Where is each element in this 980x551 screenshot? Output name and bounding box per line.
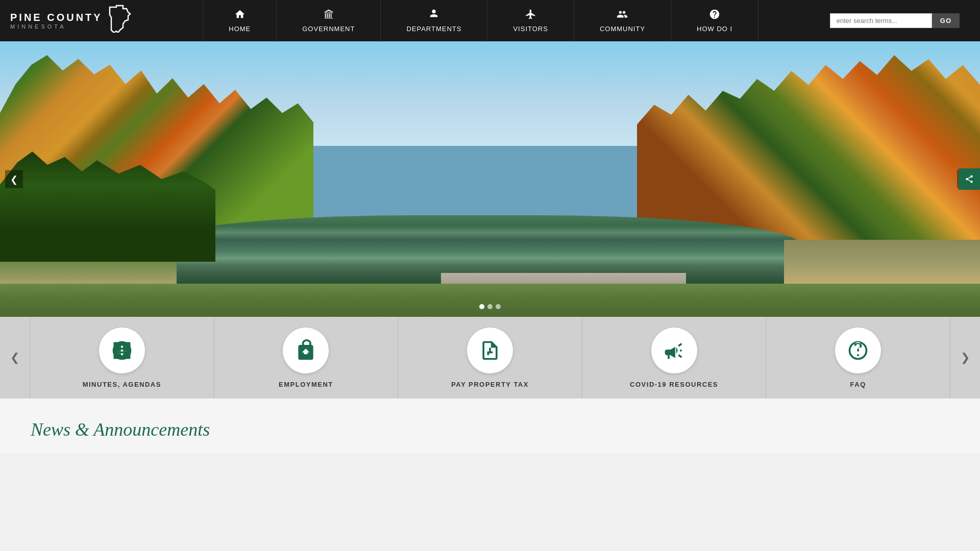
svg-rect-1 (123, 342, 131, 351)
nav-label-visitors: VISITORS (513, 25, 548, 33)
slide-dot-3[interactable] (496, 304, 501, 309)
slide-dot-1[interactable] (479, 304, 484, 309)
employment-icon-circle (283, 328, 329, 373)
pay-property-tax-icon-circle (467, 328, 513, 373)
quick-links-list: MINUTES, AGENDAS EMPLOYMENT PAY PROPERTY… (30, 317, 950, 398)
hero-background (0, 41, 980, 317)
grass-bottom (0, 284, 980, 317)
logo-line2: MINNESOTA (10, 23, 103, 30)
quick-link-employment[interactable]: EMPLOYMENT (214, 317, 399, 398)
main-nav: HOME GOVERNMENT DEPARTMENTS VISITORS COM… (132, 0, 830, 41)
quick-links-next[interactable]: ❯ (950, 317, 980, 398)
minutes-agendas-label: MINUTES, AGENDAS (83, 381, 161, 388)
nav-item-community[interactable]: COMMUNITY (574, 0, 671, 41)
logo-text: PINE COUNTY MINNESOTA (10, 5, 132, 37)
quick-link-faq[interactable]: FAQ (766, 317, 950, 398)
pay-property-tax-label: PAY PROPERTY TAX (451, 381, 529, 388)
covid19-label: COVID-19 RESOURCES (630, 381, 718, 388)
faq-icon (847, 339, 869, 362)
search-input[interactable] (830, 13, 932, 28)
slide-dot-2[interactable] (487, 304, 493, 309)
quick-links-bar: ❮ MINUTES, AGENDAS EMPLOYM (0, 317, 980, 398)
government-icon (323, 9, 334, 23)
community-icon (616, 9, 628, 23)
svg-rect-2 (113, 353, 121, 359)
logo-line1: PINE COUNTY (10, 11, 103, 23)
news-section: News & Announcements (0, 398, 980, 453)
slide-prev-button[interactable]: ❮ (5, 170, 23, 188)
nav-label-departments: DEPARTMENTS (406, 25, 461, 33)
nav-item-government[interactable]: GOVERNMENT (277, 0, 381, 41)
nav-label-government: GOVERNMENT (302, 25, 355, 33)
nav-item-departments[interactable]: DEPARTMENTS (381, 0, 487, 41)
search-button[interactable]: GO (932, 13, 960, 28)
state-logo-icon (109, 5, 132, 33)
news-title: News & Announcements (31, 419, 949, 440)
hero-slideshow: ❮ ❯ (0, 41, 980, 317)
nav-label-home: HOME (229, 25, 251, 33)
quick-link-minutes-agendas[interactable]: MINUTES, AGENDAS (30, 317, 214, 398)
quick-links-prev[interactable]: ❮ (0, 317, 30, 398)
nav-item-how-do-i[interactable]: HOW DO I (671, 0, 758, 41)
nav-label-how-do-i: HOW DO I (697, 25, 732, 33)
faq-icon-circle (835, 328, 881, 373)
svg-rect-0 (113, 342, 121, 351)
logo[interactable]: PINE COUNTY MINNESOTA (10, 5, 132, 37)
departments-icon (428, 9, 439, 23)
nav-label-community: COMMUNITY (600, 25, 645, 33)
employment-label: EMPLOYMENT (279, 381, 333, 388)
faq-label: FAQ (850, 381, 866, 388)
quick-link-pay-property-tax[interactable]: PAY PROPERTY TAX (398, 317, 582, 398)
how-do-i-icon (709, 9, 720, 23)
nav-item-home[interactable]: HOME (203, 0, 277, 41)
quick-link-covid19[interactable]: COVID-19 RESOURCES (582, 317, 767, 398)
minutes-agendas-icon (111, 339, 133, 362)
share-button[interactable] (959, 168, 980, 190)
covid19-icon (663, 339, 685, 362)
minutes-agendas-icon-circle (99, 328, 145, 373)
slide-dots (479, 304, 501, 309)
share-icon (965, 174, 974, 184)
visitors-icon (524, 9, 537, 23)
home-icon (234, 9, 246, 23)
svg-rect-3 (123, 353, 131, 359)
search-area: GO (830, 13, 970, 28)
nav-item-visitors[interactable]: VISITORS (487, 0, 574, 41)
employment-icon (295, 339, 317, 362)
pay-property-tax-icon (479, 339, 501, 362)
covid19-icon-circle (651, 328, 697, 373)
header: PINE COUNTY MINNESOTA HOME (0, 0, 980, 41)
